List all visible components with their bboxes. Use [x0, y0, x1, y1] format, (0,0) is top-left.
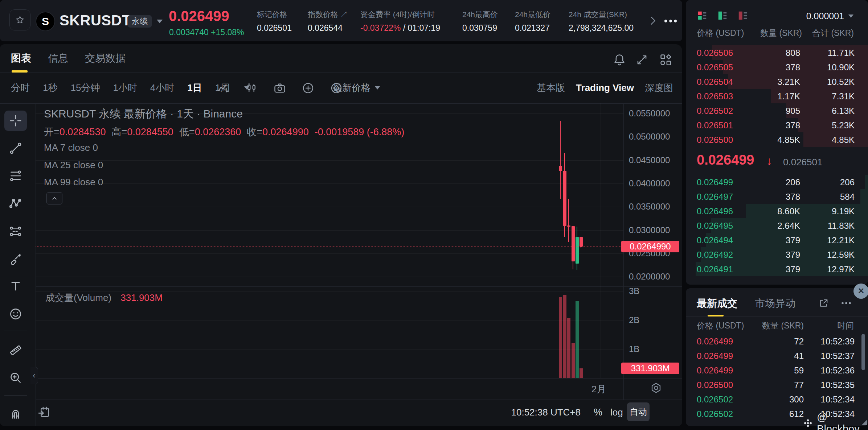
- legend-collapse-button[interactable]: [46, 192, 62, 204]
- price-mode-dropdown[interactable]: 最新价格: [333, 73, 380, 103]
- more-options-icon[interactable]: [841, 298, 852, 309]
- sidebar-collapse-handle[interactable]: ‹: [30, 367, 38, 384]
- trade-qty: 59: [794, 365, 804, 376]
- tab-信息[interactable]: 信息: [48, 44, 68, 73]
- trades-tab-市场异动[interactable]: 市场异动: [755, 297, 795, 310]
- tab-交易数据[interactable]: 交易数据: [85, 44, 126, 73]
- contract-type-badge: 永续: [128, 15, 152, 28]
- more-options-icon[interactable]: [663, 17, 678, 25]
- candles-icon[interactable]: [245, 82, 258, 95]
- bid-row[interactable]: 0.02649437912.21K: [686, 233, 868, 247]
- ask-row[interactable]: 0.0265043.21K10.52K: [686, 74, 868, 89]
- volume-axis-label: 3B: [629, 286, 639, 296]
- view-mode-Trading View[interactable]: Trading View: [576, 82, 634, 94]
- timeframe-15分钟[interactable]: 15分钟: [70, 82, 100, 94]
- expand-icon[interactable]: [635, 53, 649, 67]
- plus-circle-icon[interactable]: [302, 82, 315, 95]
- total-cell: 4.85K: [832, 135, 855, 145]
- layout-book-asks[interactable]: [737, 10, 748, 21]
- log-scale-button[interactable]: log: [610, 407, 623, 418]
- volume-bar: [559, 297, 562, 378]
- export-icon[interactable]: [818, 298, 829, 309]
- price-mode-label: 最新价格: [333, 82, 370, 94]
- trades-tab-最新成交[interactable]: 最新成交: [697, 297, 737, 310]
- token-logo: S: [36, 12, 55, 31]
- orderbook-columns: 价格 (USDT) 数量 (SKR) 合计 (SKR): [686, 28, 868, 37]
- price-gridline: [36, 253, 623, 254]
- qty-cell: 378: [786, 120, 800, 131]
- price-cell: 0.026495: [697, 221, 733, 231]
- layout-book-both-active[interactable]: [697, 10, 708, 21]
- bid-row[interactable]: 0.026497378584: [686, 189, 868, 204]
- ask-row[interactable]: 0.0265013785.23K: [686, 118, 868, 132]
- trade-time: 10:52:39: [821, 336, 855, 347]
- tool-emoji[interactable]: [4, 304, 27, 324]
- trades-scrollbar[interactable]: [861, 334, 865, 370]
- tool-zoom-in[interactable]: [4, 368, 27, 388]
- bid-row[interactable]: 0.0264952.64K11.83K: [686, 218, 868, 233]
- tool-text-tool[interactable]: [4, 276, 27, 296]
- price-down-arrow-icon: ↓: [766, 154, 772, 168]
- bid-row[interactable]: 0.02649237912.59K: [686, 247, 868, 262]
- clock-timezone[interactable]: 10:52:38 UTC+8: [494, 407, 581, 418]
- timeframe-4小时[interactable]: 4小时: [150, 82, 174, 94]
- tab-图表[interactable]: 图表: [11, 44, 31, 73]
- ask-row[interactable]: 0.0265004.85K4.85K: [686, 132, 868, 147]
- time-axis-label: 2月: [591, 383, 606, 396]
- tool-xabcd-pattern[interactable]: [4, 193, 27, 214]
- view-mode-基本版[interactable]: 基本版: [537, 82, 565, 94]
- bid-row[interactable]: 0.026499206206: [686, 175, 868, 189]
- tool-long-position[interactable]: [4, 221, 27, 241]
- bid-row[interactable]: 0.02649137912.97K: [686, 262, 868, 276]
- long-position-icon: [9, 224, 22, 238]
- trade-price: 0.026499: [697, 351, 733, 361]
- layout-book-bids[interactable]: [717, 10, 728, 21]
- timeframe-1小时[interactable]: 1小时: [113, 82, 137, 94]
- percent-scale-button[interactable]: %: [594, 407, 602, 418]
- qty-cell: 2.64K: [777, 221, 800, 231]
- axis-settings-icon[interactable]: [650, 381, 663, 394]
- qty-cell: 1.17K: [777, 91, 800, 102]
- go-to-date-icon[interactable]: [37, 405, 51, 419]
- tool-fib-retracement[interactable]: [4, 166, 27, 186]
- instrument-header: S SKRUSDT 永续 0.026499 0.0034740 +15.08% …: [0, 0, 682, 41]
- ask-row[interactable]: 0.0265031.17K7.31K: [686, 89, 868, 103]
- ask-row[interactable]: 0.02650680811.71K: [686, 45, 868, 60]
- tool-crosshair[interactable]: [4, 111, 27, 131]
- timeframe-1秒[interactable]: 1秒: [43, 82, 57, 94]
- qty-cell: 379: [786, 235, 800, 245]
- chart-style-icon[interactable]: [217, 82, 230, 95]
- tool-ruler[interactable]: [4, 340, 27, 360]
- camera-icon[interactable]: [273, 82, 286, 95]
- close-icon[interactable]: ✕: [853, 284, 868, 299]
- price-axis-label: 0.0400000: [629, 178, 670, 189]
- tool-brush[interactable]: [4, 249, 27, 269]
- timeframe-分时[interactable]: 分时: [11, 82, 30, 94]
- widgets-grid-icon[interactable]: [659, 53, 673, 67]
- price-cell: 0.026503: [697, 91, 733, 102]
- view-mode-深度图[interactable]: 深度图: [645, 82, 673, 94]
- tick-size-dropdown[interactable]: 0.000001: [806, 11, 853, 21]
- ask-row[interactable]: 0.02650537810.90K: [686, 60, 868, 74]
- favorite-button[interactable]: [9, 9, 30, 30]
- symbol-title[interactable]: SKRUSDT: [60, 12, 131, 29]
- ask-row[interactable]: 0.0265029056.13K: [686, 103, 868, 118]
- timeframe-group: 分时1秒15分钟1小时4小时1日1周: [11, 73, 249, 103]
- auto-scale-button[interactable]: 自动: [627, 402, 650, 421]
- tool-magnet[interactable]: [4, 403, 27, 423]
- trade-qty: 41: [794, 351, 804, 361]
- stat-value: 0.021327: [515, 23, 550, 33]
- symbol-dropdown-caret-icon[interactable]: [157, 20, 163, 23]
- col-price: 价格 (USDT): [697, 320, 744, 331]
- timeframe-1日[interactable]: 1日: [187, 82, 202, 94]
- bell-icon[interactable]: [613, 53, 626, 67]
- tool-trend-line[interactable]: [4, 138, 27, 158]
- trade-price: 0.026500: [697, 380, 733, 390]
- bid-row[interactable]: 0.0264968.60K9.19K: [686, 204, 868, 218]
- stat-label: 资金费率 (4时)/倒计时: [360, 9, 435, 20]
- col-price: 价格 (USDT): [697, 28, 744, 39]
- tick-size-value: 0.000001: [806, 11, 844, 21]
- chevron-right-icon[interactable]: [647, 14, 659, 28]
- depth-bar: [860, 189, 868, 204]
- trade-qty: 77: [794, 380, 804, 390]
